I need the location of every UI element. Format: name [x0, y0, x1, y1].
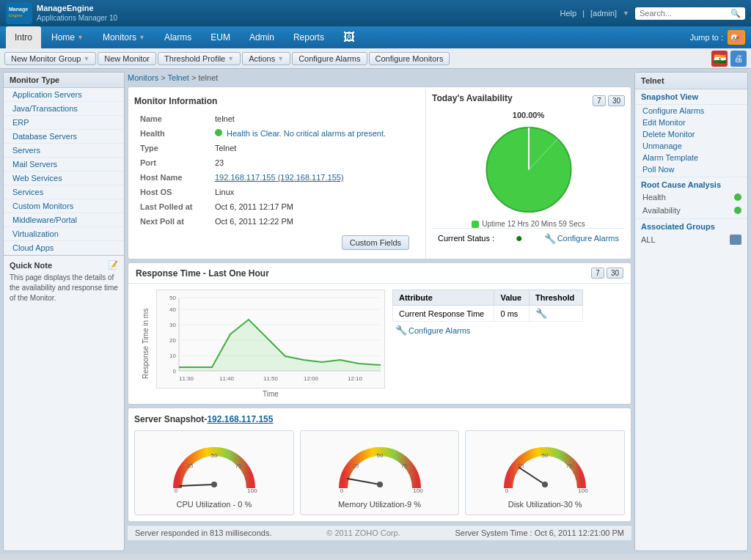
svg-text:100: 100 — [413, 487, 423, 494]
svg-text:75: 75 — [566, 463, 573, 469]
threshold-profile-button[interactable]: Threshold Profile ▼ — [158, 52, 241, 65]
nav-bar: Intro Home ▼ Monitors ▼ Alarms EUM Admin… — [0, 26, 751, 48]
new-monitor-group-button[interactable]: New Monitor Group ▼ — [4, 52, 96, 65]
sidebar-item-database-servers[interactable]: Database Servers — [4, 130, 124, 144]
label-name: Name — [136, 112, 209, 125]
nav-admin[interactable]: Admin — [241, 26, 283, 48]
attr-header-threshold: Threshold — [530, 290, 583, 306]
configure-monitors-button[interactable]: Configure Monitors — [369, 52, 450, 65]
sidebar-item-cloud-apps[interactable]: Cloud Apps — [4, 241, 124, 255]
nav-home[interactable]: Home ▼ — [43, 26, 92, 48]
toolbar-icons: 🇮🇳 🖨 — [711, 51, 747, 67]
monitor-type-title: Monitor Type — [4, 73, 124, 88]
rs-unmanage[interactable]: Unmanage — [635, 140, 747, 152]
sidebar-item-custom-monitors[interactable]: Custom Monitors — [4, 199, 124, 213]
rs-edit-monitor[interactable]: Edit Monitor — [635, 117, 747, 128]
rs-health-label: Health — [642, 193, 666, 202]
svg-marker-22 — [179, 320, 381, 371]
svg-text:11:40: 11:40 — [219, 375, 235, 382]
breadcrumb-monitors[interactable]: Monitors — [128, 73, 158, 82]
nav-reports[interactable]: Reports — [285, 26, 333, 48]
nav-intro[interactable]: Intro — [6, 26, 41, 48]
search-icon[interactable]: 🔍 — [730, 9, 741, 18]
help-link[interactable]: Help — [560, 9, 577, 18]
snapshot-server-link[interactable]: 192.168.117.155 — [207, 414, 273, 424]
svg-point-48 — [542, 482, 548, 487]
svg-text:AP: AP — [733, 36, 740, 41]
sidebar-item-middleware-portal[interactable]: Middleware/Portal — [4, 213, 124, 227]
sidebar-item-erp[interactable]: ERP — [4, 116, 124, 130]
hostname-link[interactable]: 192.168.117.155 (192.168.117.155) — [215, 173, 344, 182]
toolbar-icon-print[interactable]: 🖨 — [730, 51, 747, 67]
search-box[interactable]: 🔍 — [635, 7, 745, 20]
sidebar-item-web-services[interactable]: Web Services — [4, 172, 124, 185]
response-btn-30[interactable]: 30 — [607, 268, 623, 279]
sidebar-item-java-transactions[interactable]: Java/Transactions — [4, 102, 124, 116]
threshold-icon[interactable]: 🔧 — [535, 308, 547, 319]
svg-text:0: 0 — [505, 487, 509, 494]
breadcrumb-telnet[interactable]: Telnet — [168, 73, 189, 82]
footer-bar: Server responded in 813 milliseconds. © … — [128, 525, 631, 540]
rs-alarm-template[interactable]: Alarm Template — [635, 152, 747, 163]
nav-monitors[interactable]: Monitors ▼ — [94, 26, 154, 48]
attr-cell-threshold: 🔧 — [530, 306, 583, 322]
custom-fields-button[interactable]: Custom Fields — [342, 235, 409, 250]
nav-alarms[interactable]: Alarms — [155, 26, 200, 48]
gauge-disk: 0 25 50 75 100 Disk Utilization-30 % — [465, 430, 625, 515]
sidebar-item-servers[interactable]: Servers — [4, 144, 124, 158]
sidebar-item-application-servers[interactable]: Application Servers — [4, 88, 124, 102]
svg-text:75: 75 — [400, 463, 407, 469]
response-chart-svg: 0 10 20 30 40 50 — [157, 290, 384, 386]
avail-btn-30[interactable]: 30 — [608, 95, 625, 106]
value-health: Health is Clear. No critical alarms at p… — [210, 127, 414, 140]
actions-button[interactable]: Actions ▼ — [242, 52, 290, 65]
info-availability-row: Monitor Information Name telnet Health H… — [128, 87, 631, 259]
health-link[interactable]: Health is Clear. No critical alarms at p… — [227, 129, 386, 138]
nav-extra[interactable]: 🖼 — [334, 26, 364, 48]
content-area: Monitors > Telnet > telnet Monitor Infor… — [128, 72, 631, 551]
current-status-label: Current Status : — [438, 234, 494, 243]
attr-config-icon: 🔧 — [395, 325, 407, 336]
gauge-memory-svg: 0 25 50 75 100 — [336, 437, 424, 495]
availability-configure-alarms[interactable]: 🔧 Configure Alarms — [544, 233, 619, 244]
nav-jump: Jump to : AP — [690, 26, 745, 48]
legend-dot-green — [472, 221, 479, 228]
svg-text:30: 30 — [169, 322, 176, 328]
jump-to-icon[interactable]: AP — [728, 30, 745, 45]
chart-outer: Response Time in ms 0 10 — [134, 290, 385, 398]
sidebar-item-services[interactable]: Services — [4, 185, 124, 199]
sidebar-item-mail-servers[interactable]: Mail Servers — [4, 158, 124, 172]
chart-response-wrapper: Response Time in ms 0 10 — [134, 290, 625, 398]
label-type: Type — [136, 141, 209, 155]
rs-group-icon[interactable] — [730, 235, 741, 245]
svg-text:25: 25 — [352, 463, 359, 469]
availability-legend: Uptime 12 Hrs 20 Mins 59 Secs — [472, 220, 585, 228]
footer-left: Server responded in 813 milliseconds. — [135, 528, 272, 537]
quick-note-icon[interactable]: 📝 — [108, 260, 118, 270]
sidebar-item-virtualization[interactable]: Virtualization — [4, 227, 124, 241]
response-btn-7[interactable]: 7 — [591, 268, 604, 279]
monitor-info-title: Monitor Information — [134, 93, 415, 111]
attr-configure-alarms-link[interactable]: 🔧 Configure Alarms — [395, 325, 580, 336]
new-monitor-group-caret: ▼ — [83, 55, 89, 62]
new-monitor-button[interactable]: New Monitor — [98, 52, 156, 65]
snapshot-card: Server Snapshot-192.168.117.155 — [128, 408, 631, 522]
rs-all-label: ALL — [641, 235, 656, 244]
value-hostname: 192.168.117.155 (192.168.117.155) — [210, 171, 414, 184]
nav-eum[interactable]: EUM — [202, 26, 239, 48]
rs-availability-item: Availability — [635, 204, 747, 217]
rs-snapshot-view[interactable]: Snapshot View — [635, 89, 747, 105]
avail-btn-7[interactable]: 7 — [593, 95, 606, 106]
info-row-hostname: Host Name 192.168.117.155 (192.168.117.1… — [136, 171, 414, 184]
toolbar-icon-flag[interactable]: 🇮🇳 — [711, 51, 728, 67]
rs-poll-now[interactable]: Poll Now — [635, 163, 747, 175]
configure-alarms-button[interactable]: Configure Alarms — [292, 52, 367, 65]
svg-text:0: 0 — [173, 368, 177, 375]
attr-cell-name: Current Response Time — [393, 306, 494, 322]
admin-menu[interactable]: [admin] — [590, 9, 617, 18]
rs-delete-monitor[interactable]: Delete Monitor — [635, 128, 747, 140]
footer-right: Server System Time : Oct 6, 2011 12:21:0… — [455, 528, 624, 537]
value-type: Telnet — [210, 141, 414, 155]
search-input[interactable] — [640, 9, 728, 18]
rs-configure-alarms[interactable]: Configure Alarms — [635, 105, 747, 117]
